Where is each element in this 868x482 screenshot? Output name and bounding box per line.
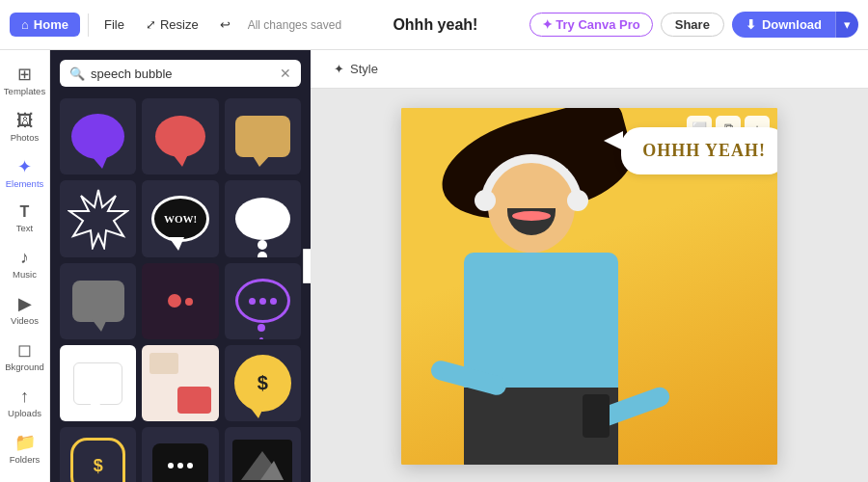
canvas-content: OHHH YEAH! ⬜ ⧉ + — [311, 89, 868, 482]
list-item[interactable] — [60, 98, 136, 174]
uploads-icon: ↑ — [20, 388, 29, 405]
mouth — [507, 208, 556, 235]
project-title: Ohhh yeah! — [393, 16, 477, 34]
list-item[interactable] — [225, 263, 301, 339]
music-label: Music — [13, 269, 37, 280]
left-sidebar: ⊞ Templates 🖼 Photos ✦ Elements T Text ♪… — [0, 50, 50, 482]
chevron-down-icon: ▾ — [844, 17, 851, 32]
list-item[interactable]: $ — [225, 345, 301, 421]
wdot-3 — [187, 463, 193, 469]
sidebar-item-background[interactable]: ◻ Bkground — [0, 334, 49, 380]
list-item[interactable]: WOW! — [142, 180, 218, 256]
red-speech-bubble — [155, 116, 205, 158]
sidebar-item-photos[interactable]: 🖼 Photos — [0, 104, 49, 150]
file-label: File — [104, 17, 124, 32]
canvas-frame[interactable]: OHHH YEAH! ⬜ ⧉ + — [401, 108, 777, 465]
gray-bubble — [72, 281, 124, 323]
try-canva-button[interactable]: ✦ Try Canva Pro — [529, 13, 653, 37]
sidebar-item-templates[interactable]: ⊞ Templates — [0, 58, 49, 104]
elements-icon: ✦ — [17, 158, 32, 175]
headphone-left-ear — [475, 190, 496, 211]
phone-element — [583, 394, 610, 438]
list-item[interactable] — [225, 180, 301, 256]
download-arrow-button[interactable]: ▾ — [835, 12, 858, 38]
text-icon: T — [20, 204, 30, 220]
videos-label: Videos — [11, 315, 39, 326]
search-input[interactable] — [91, 67, 274, 81]
topbar-center: Ohhh yeah! — [347, 16, 524, 34]
download-icon: ⬇ — [746, 17, 756, 32]
money-outline-bubble: $ — [70, 438, 125, 482]
svg-marker-0 — [69, 190, 127, 248]
purple-speech-bubble — [71, 114, 125, 160]
home-icon: ⌂ — [21, 17, 29, 32]
sparkle-icon: ✦ — [334, 62, 344, 76]
text-label: Text — [16, 223, 33, 233]
list-item[interactable] — [60, 345, 136, 421]
mixed-element — [142, 345, 218, 421]
list-item[interactable] — [142, 263, 218, 339]
file-button[interactable]: File — [96, 13, 132, 36]
panel-collapse-button[interactable]: ‹ — [303, 249, 311, 283]
black-3dots-bubble — [152, 443, 207, 482]
search-icon: 🔍 — [69, 67, 85, 81]
speech-bubble-text: OHHH YEAH! — [642, 141, 766, 160]
list-item[interactable] — [225, 427, 301, 482]
list-item[interactable] — [142, 345, 218, 421]
list-item[interactable] — [60, 263, 136, 339]
main-layout: ⊞ Templates 🖼 Photos ✦ Elements T Text ♪… — [0, 50, 868, 482]
sidebar-item-elements[interactable]: ✦ Elements — [0, 150, 49, 197]
teeth — [512, 211, 551, 221]
dot-2 — [259, 298, 266, 305]
canvas-toolbar: ✦ Style — [311, 50, 868, 89]
sidebar-item-uploads[interactable]: ↑ Uploads — [0, 380, 49, 426]
dots-bubble — [235, 279, 290, 323]
videos-icon: ▶ — [18, 295, 32, 312]
sidebar-item-music[interactable]: ♪ Music — [0, 241, 49, 287]
home-button[interactable]: ⌂ Home — [10, 13, 80, 37]
white-oval-bubble — [235, 198, 290, 240]
wdot-2 — [177, 463, 183, 469]
templates-label: Templates — [4, 86, 45, 96]
resize-button[interactable]: ⤢ Resize — [138, 13, 206, 36]
photos-label: Photos — [11, 132, 40, 143]
talking-icon — [168, 294, 193, 308]
folders-icon: 📁 — [14, 434, 36, 451]
starburst-svg — [68, 188, 129, 250]
sidebar-item-folders[interactable]: 📁 Folders — [0, 426, 49, 472]
download-label: Download — [762, 17, 822, 32]
share-button[interactable]: Share — [661, 13, 724, 37]
list-item[interactable] — [225, 98, 301, 174]
undo-button[interactable]: ↩ — [212, 13, 238, 36]
list-item[interactable] — [142, 427, 218, 482]
folders-label: Folders — [10, 454, 41, 465]
search-clear-icon[interactable]: ✕ — [280, 66, 291, 81]
elements-grid: WOW! — [60, 98, 301, 482]
undo-icon: ↩ — [220, 17, 231, 32]
list-item[interactable] — [60, 180, 136, 256]
list-item[interactable]: $ — [60, 427, 136, 482]
list-item[interactable] — [142, 98, 218, 174]
white-square-bubble — [73, 362, 123, 405]
style-button[interactable]: ✦ Style — [326, 58, 386, 80]
sidebar-item-videos[interactable]: ▶ Videos — [0, 287, 49, 334]
templates-icon: ⊞ — [17, 66, 32, 83]
uploads-label: Uploads — [8, 408, 41, 418]
download-button[interactable]: ⬇ Download — [732, 12, 835, 38]
topbar-right: ✦ Try Canva Pro Share ⬇ Download ▾ — [529, 12, 858, 38]
yellow-speech-bubble — [235, 116, 290, 158]
saved-status: All changes saved — [248, 18, 341, 32]
home-label: Home — [34, 17, 68, 32]
search-panel: 🔍 ✕ WOW! — [50, 50, 311, 482]
topbar: ⌂ Home File ⤢ Resize ↩ All changes saved… — [0, 0, 868, 50]
music-icon: ♪ — [20, 249, 29, 266]
sidebar-item-text[interactable]: T Text — [0, 197, 49, 241]
search-bar: 🔍 ✕ — [60, 60, 301, 87]
resize-icon: ⤢ — [146, 17, 156, 32]
background-label: Bkground — [5, 362, 44, 372]
mountain-bubble — [232, 440, 292, 482]
money-circle-bubble: $ — [234, 355, 292, 413]
resize-label: Resize — [160, 17, 199, 32]
elements-label: Elements — [6, 178, 44, 189]
mountain-icon — [241, 451, 284, 480]
